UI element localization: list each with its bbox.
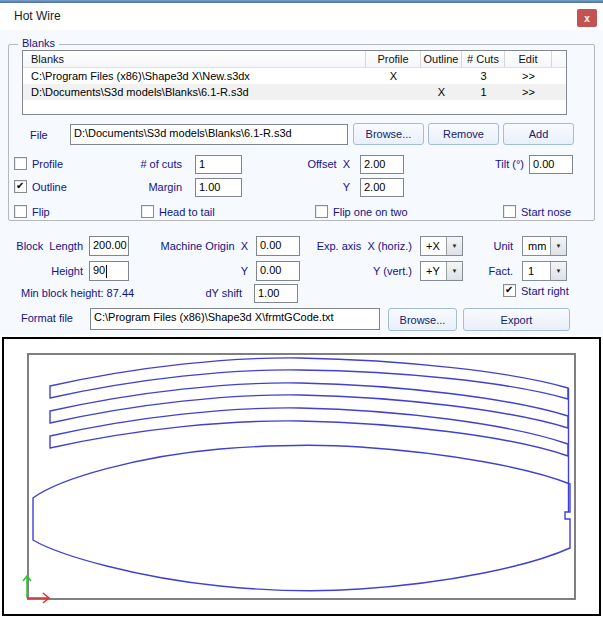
block-length-label: Block Length — [10, 240, 83, 252]
remove-button[interactable]: Remove — [428, 123, 499, 145]
cell-path[interactable]: C:\Program Files (x86)\Shape3d X\New.s3d… — [23, 68, 366, 84]
cell-edit-link[interactable]: >> — [505, 68, 552, 84]
block-height-input[interactable]: 90 — [89, 261, 129, 281]
tilt-input[interactable]: 0.00 — [529, 155, 573, 174]
block-height-label: Height — [10, 265, 83, 277]
exp-axis-x-label: Exp. axis X (horiz.) — [290, 240, 412, 252]
num-cuts-label: # of cuts — [95, 158, 182, 170]
flip-one-on-two-checkbox[interactable] — [315, 205, 328, 218]
start-right-label: Start right — [521, 285, 569, 297]
offset-y-label: Y — [260, 181, 350, 193]
table-row[interactable]: D:\Documents\S3d models\Blanks\6.1-R.s3d… — [23, 84, 566, 100]
header-outline[interactable]: Outline — [421, 51, 462, 67]
text-caret — [106, 265, 107, 278]
cell-cuts[interactable]: 1 — [462, 84, 505, 100]
window-title: Hot Wire — [14, 9, 61, 23]
cell-outline[interactable] — [421, 68, 462, 84]
unit-label: Unit — [470, 240, 513, 252]
flip-label: Flip — [32, 206, 50, 218]
cell-profile[interactable] — [366, 84, 421, 100]
title-bar[interactable]: Hot Wire x — [0, 3, 603, 30]
cell-outline[interactable]: X — [421, 84, 462, 100]
start-right-checkbox[interactable] — [503, 284, 516, 297]
fact-dropdown[interactable]: 1 ▼ — [522, 261, 567, 281]
machine-origin-y-label: Y — [140, 265, 248, 277]
unit-value: mm — [523, 240, 550, 252]
file-label: File — [30, 129, 48, 141]
header-cuts[interactable]: # Cuts — [462, 51, 505, 67]
blanks-group-label: Blanks — [18, 37, 59, 49]
outline-checkbox-label: Outline — [32, 181, 67, 193]
fact-value: 1 — [523, 265, 550, 277]
file-path-input[interactable]: D:\Documents\S3d models\Blanks\6.1-R.s3d — [70, 124, 348, 145]
offset-x-input[interactable]: 2.00 — [360, 155, 404, 174]
head-to-tail-checkbox[interactable] — [141, 205, 154, 218]
profile-checkbox-label: Profile — [32, 158, 63, 170]
offset-y-input[interactable]: 2.00 — [360, 178, 404, 197]
view-frame — [3, 338, 600, 615]
unit-dropdown[interactable]: mm ▼ — [522, 236, 567, 256]
start-nose-label: Start nose — [521, 206, 571, 218]
tilt-label: Tilt (°) — [440, 158, 524, 170]
axis-x-dropdown[interactable]: +X ▼ — [420, 236, 463, 256]
fact-label: Fact. — [470, 265, 513, 277]
dy-shift-label: dY shift — [180, 287, 242, 299]
num-cuts-input[interactable]: 1 — [195, 155, 242, 174]
blanks-table[interactable]: Blanks Profile Outline # Cuts Edit C:\Pr… — [22, 50, 567, 115]
flip-one-on-two-label: Flip one on two — [333, 206, 408, 218]
block-length-input[interactable]: 200.00 — [89, 236, 129, 256]
chevron-down-icon[interactable]: ▼ — [550, 237, 566, 255]
outline-checkbox[interactable] — [14, 180, 27, 193]
blanks-table-header: Blanks Profile Outline # Cuts Edit — [23, 51, 566, 68]
flip-checkbox[interactable] — [14, 205, 27, 218]
chevron-down-icon[interactable]: ▼ — [446, 237, 462, 255]
header-profile[interactable]: Profile — [366, 51, 421, 67]
close-button[interactable]: x — [577, 9, 597, 27]
cell-edit-link[interactable]: >> — [505, 84, 552, 100]
axis-y-dropdown[interactable]: +Y ▼ — [420, 261, 463, 281]
cell-path[interactable]: D:\Documents\S3d models\Blanks\6.1-R.s3d — [23, 84, 366, 100]
close-icon: x — [584, 13, 590, 24]
block-height-value: 90 — [93, 264, 105, 276]
cell-profile[interactable]: X — [366, 68, 421, 84]
dialog-body: Blanks Blanks Profile Outline # Cuts Edi… — [0, 30, 603, 335]
header-blanks[interactable]: Blanks — [23, 51, 366, 67]
header-spacer — [552, 51, 566, 67]
chevron-down-icon[interactable]: ▼ — [550, 262, 566, 280]
axis-y-value: +Y — [421, 265, 446, 277]
cell-cuts[interactable]: 3 — [462, 68, 505, 84]
format-file-input[interactable]: C:\Program Files (x86)\Shape3d X\frmtGCo… — [90, 308, 380, 330]
browse-file-button[interactable]: Browse... — [353, 123, 424, 145]
chevron-down-icon[interactable]: ▼ — [446, 262, 462, 280]
export-button[interactable]: Export — [463, 308, 570, 331]
format-file-label: Format file — [21, 312, 73, 324]
add-button[interactable]: Add — [503, 123, 574, 145]
cut-preview-canvas[interactable] — [0, 335, 603, 618]
hot-wire-dialog: Hot Wire x Blanks Blanks Profile Outline… — [0, 0, 603, 618]
margin-input[interactable]: 1.00 — [195, 178, 242, 197]
min-block-height-text: Min block height: 87.44 — [21, 287, 134, 299]
offset-x-label: Offset X — [260, 158, 350, 170]
machine-origin-x-label: Machine Origin X — [140, 240, 248, 252]
browse-format-button[interactable]: Browse... — [388, 308, 457, 331]
header-edit[interactable]: Edit — [505, 51, 552, 67]
head-to-tail-label: Head to tail — [159, 206, 215, 218]
margin-label: Margin — [95, 181, 182, 193]
profile-checkbox[interactable] — [14, 157, 27, 170]
dy-shift-input[interactable]: 1.00 — [254, 284, 298, 303]
axis-x-value: +X — [421, 240, 446, 252]
y-vert-label: Y (vert.) — [290, 265, 412, 277]
start-nose-checkbox[interactable] — [503, 205, 516, 218]
table-row[interactable]: C:\Program Files (x86)\Shape3d X\New.s3d… — [23, 68, 566, 84]
